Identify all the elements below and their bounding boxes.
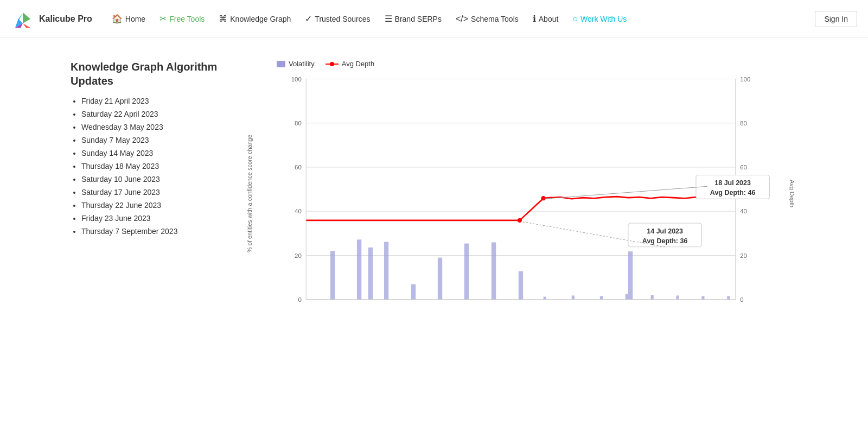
nav-label-brand: Brand SERPs — [395, 15, 442, 23]
svg-rect-53 — [544, 296, 546, 299]
list-item: Thursday 22 June 2023 — [81, 201, 222, 210]
avg-depth-line-icon — [326, 64, 339, 65]
nav-item-knowledge-graph[interactable]: ⌘ Knowledge Graph — [212, 10, 297, 27]
chart-legend: Volatility Avg Depth — [244, 60, 797, 68]
legend-volatility: Volatility — [277, 60, 315, 68]
svg-point-63 — [518, 218, 522, 223]
svg-rect-60 — [701, 296, 704, 299]
svg-text:Avg Depth: 46: Avg Depth: 46 — [710, 189, 756, 197]
svg-marker-1 — [23, 12, 30, 23]
svg-text:100: 100 — [740, 76, 750, 83]
chart-area: Volatility Avg Depth % of entities with … — [244, 60, 797, 346]
volatility-bars — [330, 239, 730, 299]
y-axis-left-label: % of entities with a confidence score ch… — [246, 135, 253, 252]
svg-rect-57 — [651, 295, 654, 299]
update-list: Friday 21 April 2023 Saturday 22 April 2… — [71, 97, 222, 236]
scissors-icon: ✂ — [159, 14, 167, 24]
navigation: Kalicube Pro 🏠 Home ✂ Free Tools ⌘ Knowl… — [0, 0, 868, 38]
svg-text:60: 60 — [740, 164, 747, 170]
svg-rect-55 — [600, 296, 603, 299]
nav-item-home[interactable]: 🏠 Home — [105, 10, 152, 27]
nav-label-free-tools: Free Tools — [169, 15, 205, 23]
tooltip-18jul: 18 Jul 2023 Avg Depth: 46 — [545, 175, 770, 199]
main-content: Knowledge Graph Algorithm Updates Friday… — [54, 38, 814, 368]
svg-rect-48 — [411, 284, 416, 300]
svg-rect-59 — [676, 295, 679, 299]
svg-text:14 Jul 2023: 14 Jul 2023 — [647, 227, 683, 235]
serps-icon: ☰ — [385, 14, 392, 24]
kg-icon: ⌘ — [219, 14, 227, 24]
svg-text:40: 40 — [295, 208, 302, 214]
volatility-icon — [277, 61, 285, 67]
nav-label-schema: Schema Tools — [471, 15, 519, 23]
circle-icon: ○ — [572, 14, 578, 24]
sidebar-title: Knowledge Graph Algorithm Updates — [71, 60, 222, 88]
list-item: Saturday 10 June 2023 — [81, 175, 222, 183]
svg-rect-58 — [628, 251, 633, 300]
svg-rect-56 — [626, 294, 628, 299]
list-item: Wednesday 3 May 2023 — [81, 123, 222, 131]
list-item: Sunday 14 May 2023 — [81, 149, 222, 157]
y-axis-right-label: Avg Depth — [789, 180, 795, 207]
avg-depth-line — [306, 196, 736, 223]
nav-label-home: Home — [125, 15, 145, 23]
nav-item-free-tools[interactable]: ✂ Free Tools — [153, 10, 211, 27]
svg-text:0: 0 — [298, 296, 301, 303]
home-icon: 🏠 — [112, 14, 123, 24]
list-item: Thursday 7 September 2023 — [81, 227, 222, 236]
svg-rect-47 — [384, 242, 388, 299]
y-axis-right-wrapper: Avg Depth — [787, 84, 797, 303]
nav-label-kg: Knowledge Graph — [230, 15, 291, 23]
svg-text:80: 80 — [295, 120, 302, 126]
nav-item-work-with-us[interactable]: ○ Work With Us — [566, 11, 633, 27]
nav-item-trusted-sources[interactable]: ✓ Trusted Sources — [298, 10, 376, 27]
svg-text:40: 40 — [740, 208, 747, 214]
list-item: Friday 21 April 2023 — [81, 97, 222, 105]
schema-icon: </> — [456, 14, 468, 24]
list-item: Friday 23 June 2023 — [81, 214, 222, 223]
nav-right: Sign In — [815, 11, 857, 27]
svg-text:100: 100 — [291, 76, 302, 83]
logo-text: Kalicube Pro — [39, 14, 92, 24]
chart-wrapper: % of entities with a confidence score ch… — [244, 73, 797, 346]
nav-item-brand-serps[interactable]: ☰ Brand SERPs — [378, 10, 448, 27]
nav-label-about: About — [539, 15, 559, 23]
svg-rect-51 — [492, 242, 496, 299]
nav-label-work: Work With Us — [580, 15, 627, 23]
svg-rect-54 — [572, 295, 575, 299]
svg-rect-50 — [464, 244, 469, 300]
info-icon: ℹ — [533, 14, 536, 24]
volatility-label: Volatility — [289, 60, 315, 68]
sign-in-button[interactable]: Sign In — [815, 11, 857, 27]
nav-item-schema-tools[interactable]: </> Schema Tools — [449, 11, 525, 27]
nav-item-about[interactable]: ℹ About — [526, 10, 565, 27]
nav-label-trusted: Trusted Sources — [315, 15, 370, 23]
list-item: Thursday 18 May 2023 — [81, 162, 222, 170]
list-item: Saturday 17 June 2023 — [81, 188, 222, 197]
logo[interactable]: Kalicube Pro — [11, 7, 92, 31]
svg-text:0: 0 — [740, 296, 743, 303]
svg-text:80: 80 — [740, 120, 747, 126]
svg-rect-46 — [368, 248, 373, 300]
y-axis-left-wrapper: % of entities with a confidence score ch… — [244, 84, 255, 303]
list-item: Saturday 22 April 2023 — [81, 110, 222, 118]
tooltip-14jul: 14 Jul 2023 Avg Depth: 36 — [521, 221, 701, 247]
avg-depth-label: Avg Depth — [342, 60, 374, 68]
svg-rect-61 — [727, 296, 730, 299]
check-icon: ✓ — [305, 14, 312, 24]
legend-avg-depth: Avg Depth — [326, 60, 374, 68]
svg-text:60: 60 — [295, 164, 302, 170]
svg-text:18 Jul 2023: 18 Jul 2023 — [714, 179, 751, 187]
sidebar: Knowledge Graph Algorithm Updates Friday… — [71, 60, 222, 346]
svg-point-62 — [541, 196, 546, 200]
chart-svg: 0 20 40 60 80 100 0 20 40 60 80 100 — [244, 73, 797, 345]
svg-marker-3 — [23, 23, 30, 28]
svg-text:20: 20 — [295, 252, 302, 259]
svg-rect-49 — [438, 258, 442, 300]
nav-items: 🏠 Home ✂ Free Tools ⌘ Knowledge Graph ✓ … — [105, 10, 813, 27]
list-item: Sunday 7 May 2023 — [81, 136, 222, 144]
svg-text:20: 20 — [740, 252, 747, 259]
svg-rect-52 — [519, 271, 523, 300]
svg-rect-45 — [357, 239, 361, 299]
svg-text:Avg Depth: 36: Avg Depth: 36 — [642, 237, 688, 245]
